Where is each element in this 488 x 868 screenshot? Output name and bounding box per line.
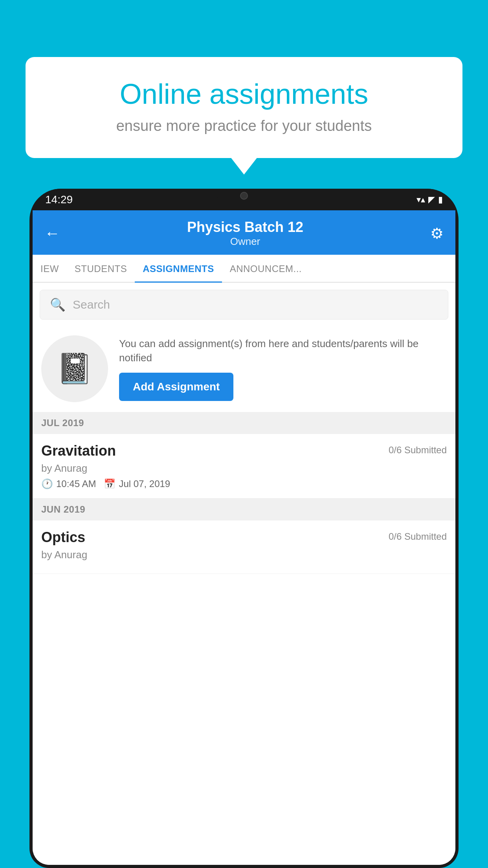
status-icons: ▾▴ ◤ ▮ (416, 195, 443, 205)
assignment-by-gravitation: by Anurag (41, 462, 447, 474)
promo-icon-circle: 📓 (41, 335, 108, 402)
tabs-bar: IEW STUDENTS ASSIGNMENTS ANNOUNCEM... (33, 255, 455, 283)
phone-frame: 14:29 ▾▴ ◤ ▮ ← Physics Batch 12 Owner ⚙ … (29, 189, 459, 868)
assignment-item-optics[interactable]: Optics 0/6 Submitted by Anurag (33, 520, 455, 574)
assignment-submitted-optics: 0/6 Submitted (389, 529, 447, 542)
wifi-icon: ▾▴ (416, 195, 425, 205)
notebook-icon: 📓 (56, 351, 93, 386)
status-time: 14:29 (45, 193, 73, 206)
phone-camera (240, 192, 248, 200)
section-jun-2019: JUN 2019 (33, 498, 455, 520)
clock-icon: 🕐 (41, 478, 53, 489)
promo-text-area: You can add assignment(s) from here and … (119, 337, 447, 401)
assignment-by-optics: by Anurag (41, 549, 447, 561)
assignment-meta-gravitation: 🕐 10:45 AM 📅 Jul 07, 2019 (41, 478, 447, 489)
tab-iew[interactable]: IEW (33, 255, 67, 283)
assignment-title-gravitation: Gravitation (41, 443, 116, 459)
section-jul-2019: JUL 2019 (33, 412, 455, 434)
calendar-icon: 📅 (104, 478, 116, 489)
signal-icon: ◤ (428, 195, 435, 205)
search-placeholder: Search (73, 298, 110, 311)
batch-subtitle: Owner (60, 235, 430, 248)
status-bar: 14:29 ▾▴ ◤ ▮ (29, 189, 459, 210)
assignment-row-top-optics: Optics 0/6 Submitted (41, 529, 447, 546)
screen-content: 🔍 Search 📓 You can add assignment(s) fro… (33, 283, 455, 865)
search-bar[interactable]: 🔍 Search (40, 290, 448, 320)
speech-bubble-subtitle: ensure more practice for your students (53, 118, 435, 134)
add-assignment-button[interactable]: Add Assignment (119, 373, 233, 401)
search-icon: 🔍 (50, 297, 66, 312)
settings-icon[interactable]: ⚙ (430, 225, 444, 242)
phone-notch (216, 189, 272, 204)
assignment-submitted-gravitation: 0/6 Submitted (389, 443, 447, 456)
speech-bubble: Online assignments ensure more practice … (26, 57, 462, 158)
assignment-time-gravitation: 🕐 10:45 AM (41, 478, 96, 489)
speech-bubble-title: Online assignments (53, 79, 435, 110)
assignment-date-gravitation: 📅 Jul 07, 2019 (104, 478, 170, 489)
tab-assignments[interactable]: ASSIGNMENTS (135, 255, 222, 283)
speech-bubble-container: Online assignments ensure more practice … (26, 57, 462, 158)
batch-title: Physics Batch 12 (60, 219, 430, 235)
promo-description: You can add assignment(s) from here and … (119, 337, 447, 365)
time-value-gravitation: 10:45 AM (56, 478, 96, 489)
assignment-row-top: Gravitation 0/6 Submitted (41, 443, 447, 459)
back-button[interactable]: ← (44, 224, 60, 242)
assignment-title-optics: Optics (41, 529, 85, 546)
promo-section: 📓 You can add assignment(s) from here an… (33, 326, 455, 412)
battery-icon: ▮ (438, 195, 443, 205)
date-value-gravitation: Jul 07, 2019 (119, 478, 170, 489)
phone-screen: ← Physics Batch 12 Owner ⚙ IEW STUDENTS … (33, 210, 455, 865)
app-header: ← Physics Batch 12 Owner ⚙ (33, 210, 455, 255)
tab-students[interactable]: STUDENTS (67, 255, 135, 283)
header-title-area: Physics Batch 12 Owner (60, 219, 430, 248)
assignment-item[interactable]: Gravitation 0/6 Submitted by Anurag 🕐 10… (33, 434, 455, 498)
tab-announcements[interactable]: ANNOUNCEM... (222, 255, 310, 283)
